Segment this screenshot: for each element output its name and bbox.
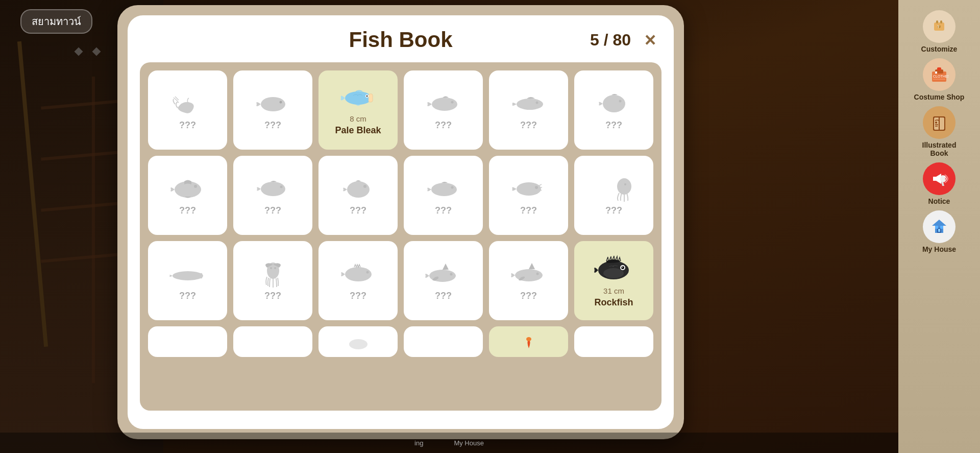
fish-card-6[interactable]: ??? [574,70,653,150]
fish-card-4[interactable]: ??? [404,70,483,150]
fish-card-3[interactable]: 8 cm Pale Bleak [318,70,398,150]
pale-bleak-icon [338,84,379,112]
fish-grid-partial [148,326,653,357]
fish-card-partial-3[interactable] [318,326,398,357]
bottom-bar-item-1: ing [414,439,423,447]
fish-label-4: ??? [435,120,452,131]
partial-fish-icon [346,334,371,349]
fish-card-10[interactable]: ??? [404,156,483,235]
shrimp-icon [167,90,208,118]
thai-text-pill: สยามทาวน์ [20,9,92,34]
svg-point-18 [451,186,453,188]
shark1-icon [423,260,464,289]
svg-point-21 [617,178,631,195]
fish-card-12[interactable]: ??? [574,156,653,235]
fish-card-partial-5[interactable] [489,326,568,357]
svg-rect-60 [940,226,943,229]
costume-shop-label: Costume Shop [914,93,965,101]
fish-label-12: ??? [605,205,622,216]
svg-point-0 [261,97,285,111]
fish-card-11[interactable]: ??? [489,156,568,235]
close-button[interactable]: × [639,29,662,51]
fish-card-9[interactable]: ??? [318,156,398,235]
fish-book-modal: Fish Book 5 / 80 × ??? [117,5,684,439]
sidebar-item-my-house[interactable]: My House [922,210,956,253]
svg-rect-58 [938,229,940,232]
svg-point-14 [280,185,282,188]
svg-point-36 [621,266,624,269]
illustrated-book-icon-bg [923,106,955,139]
fish-grid-container: ??? ??? [140,62,662,411]
fish-label-7: ??? [179,205,196,216]
svg-point-15 [347,181,370,198]
svg-rect-48 [935,71,937,74]
fish-size-18: 31 cm [603,287,624,295]
fish-card-14[interactable]: ??? [233,241,312,320]
sidebar-item-illustrated-book[interactable]: IllustratedBook [922,106,957,157]
svg-point-38 [349,339,368,349]
svg-point-5 [432,98,457,111]
svg-point-54 [935,122,937,124]
svg-point-20 [535,186,538,189]
bottom-bar: ing My House [0,433,898,453]
svg-point-11 [175,181,201,198]
fish-name-3: Pale Bleak [335,125,381,136]
svg-point-26 [274,267,276,269]
svg-point-16 [363,185,366,188]
bottom-bar-item-2: My House [454,439,484,447]
fish-card-7[interactable]: ??? [148,156,227,235]
sidebar-item-costume-shop[interactable]: CLOTHES Costume Shop [914,58,965,101]
fish-card-partial-1[interactable] [148,326,227,357]
fish-label-16: ??? [435,291,452,301]
flounder-icon [167,260,208,289]
fish-label-11: ??? [520,205,537,216]
svg-point-6 [451,101,453,103]
rockfish-icon [591,254,637,284]
sidebar-item-notice[interactable]: Notice [923,162,955,205]
carp-icon [253,175,293,203]
fish-label-14: ??? [264,291,281,301]
svg-point-37 [622,267,623,268]
notice-icon [930,170,948,188]
svg-point-8 [535,101,538,104]
fish-card-16[interactable]: ??? [404,241,483,320]
svg-point-23 [173,271,203,280]
fish-card-partial-6[interactable] [574,326,653,357]
fish-card-partial-4[interactable] [404,326,483,357]
svg-point-28 [366,271,369,273]
trout-icon [423,175,464,203]
my-house-icon [930,218,948,236]
fish-label-8: ??? [264,205,281,216]
fish-card-13[interactable]: ??? [148,241,227,320]
svg-point-32 [536,272,538,275]
svg-rect-42 [940,20,942,23]
modal-count: 5 / 80 [590,31,631,50]
fish-card-18[interactable]: 31 cm Rockfish [574,241,653,320]
svg-rect-47 [937,67,941,70]
catfish-icon [508,175,549,203]
illustrated-book-icon [930,113,948,132]
fish-card-partial-2[interactable] [233,326,312,357]
sidebar-item-customize[interactable]: T Customize [921,10,958,53]
svg-point-12 [194,185,197,188]
fish-card-1[interactable]: ??? [148,70,227,150]
fish-label-1: ??? [179,120,196,131]
medium-fish-icon [423,90,464,118]
svg-point-2 [345,91,372,105]
fish-card-15[interactable]: ??? [318,241,398,320]
svg-point-27 [345,267,372,281]
fish-label-17: ??? [520,291,537,301]
tall-fish-icon [594,90,634,118]
fish-card-2[interactable]: ??? [233,70,312,150]
svg-point-30 [450,273,452,275]
svg-rect-41 [936,20,938,23]
flat-fish-icon [508,90,549,118]
my-house-icon-bg [923,210,955,243]
fish-card-8[interactable]: ??? [233,156,312,235]
modal-header: Fish Book 5 / 80 × [140,28,662,52]
fish-card-17[interactable]: ??? [489,241,568,320]
svg-point-10 [619,100,621,102]
fish-card-5[interactable]: ??? [489,70,568,150]
shark2-icon [508,260,549,289]
modal-title: Fish Book [349,28,452,52]
